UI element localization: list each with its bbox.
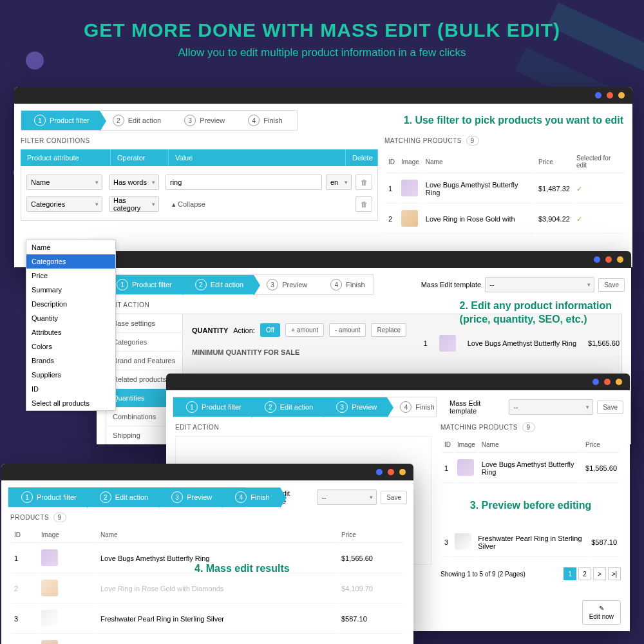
callout-2: 2. Edit any product information(price, q… (460, 299, 612, 327)
table-row: 1 Love Bugs Amethyst Butterfly Ring $1,5… (424, 335, 620, 352)
template-select[interactable]: -- (317, 489, 377, 505)
step-filter[interactable]: 1Product filter (21, 111, 100, 130)
dot-yellow (618, 92, 625, 99)
qty-minus-button[interactable]: - amount (329, 323, 366, 337)
steps-nav: 1Product filter 2Edit action 3Preview 4F… (173, 397, 437, 417)
table-row[interactable]: 2Love Ring in Rose Gold with Diamonds$4,… (12, 574, 403, 603)
table-row[interactable]: 3Freshwater Pearl Ring in Sterling Silve… (12, 605, 403, 634)
dot-blue (595, 92, 601, 99)
dropdown-item[interactable]: ID (26, 382, 115, 396)
template-label: Mass Edit template (421, 281, 482, 289)
step-edit[interactable]: 2Edit action (252, 397, 323, 417)
delete-icon[interactable]: 🗑 (355, 196, 372, 212)
table-row[interactable]: 3Freshwater Pearl Ring in Sterling Silve… (442, 528, 620, 557)
table-row[interactable]: 1Love Bugs Amethyst Butterfly Ring$1,565… (442, 454, 620, 483)
step-edit[interactable]: 2Edit action (100, 111, 171, 130)
pager: 1 2 > >| (564, 567, 621, 580)
template-select[interactable]: -- (509, 399, 593, 415)
step-finish[interactable]: 4Finish (387, 397, 444, 417)
step-preview[interactable]: 3Preview (171, 111, 235, 130)
page-last[interactable]: >| (608, 567, 621, 580)
dropdown-item[interactable]: Summary (26, 283, 115, 297)
step-filter[interactable]: 1Product filter (8, 488, 87, 507)
page-title: GET MORE DONE WITH MASS EDIT (BULK EDIT) (13, 19, 631, 41)
table-row[interactable]: 2Love Ring in Rose Gold with$3,904.22✓ (386, 205, 625, 234)
product-thumb (457, 459, 474, 476)
op-select[interactable]: Has words (109, 175, 159, 190)
step-finish[interactable]: 4Finish (222, 488, 279, 507)
dropdown-item[interactable]: Categories (26, 254, 115, 269)
page-2[interactable]: 2 (578, 567, 591, 580)
step-preview[interactable]: 3Preview (158, 488, 222, 507)
step-preview[interactable]: 3Preview (254, 275, 317, 294)
lang-select[interactable]: en (326, 175, 352, 190)
step-finish[interactable]: 4Finish (235, 111, 292, 130)
steps-nav: 1Product filter 2Edit action 3Preview 4F… (103, 274, 374, 295)
filter-title: FILTER CONDITIONS (21, 137, 378, 144)
titlebar (1, 464, 413, 480)
callout-1: 1. Use filter to pick products you want … (404, 115, 632, 126)
steps-nav: 1Product filter 2Edit action 3Preview 4F… (8, 487, 246, 507)
dropdown-item[interactable]: Description (26, 297, 115, 311)
template-select[interactable]: -- (485, 277, 594, 292)
step-edit[interactable]: 2Edit action (87, 488, 158, 507)
match-title: MATCHING PRODUCTS 9 (384, 137, 626, 144)
qty-label: QUANTITY (192, 327, 228, 334)
dropdown-item[interactable]: Brands (26, 354, 115, 368)
save-button[interactable]: Save (597, 401, 623, 414)
dropdown-item[interactable]: Colors (26, 339, 115, 354)
delete-icon[interactable]: 🗑 (355, 175, 372, 190)
product-thumb (41, 640, 58, 644)
dropdown-item[interactable]: Attributes (26, 325, 115, 339)
op-select-2[interactable]: Has category (109, 196, 159, 212)
step-edit[interactable]: 2Edit action (182, 275, 254, 294)
dropdown-item[interactable]: Name (26, 240, 115, 254)
table-row[interactable]: 1Love Bugs Amethyst Butterfly Ring$1,487… (386, 175, 625, 204)
product-thumb (401, 210, 418, 227)
qty-plus-button[interactable]: + amount (285, 323, 324, 337)
page-next[interactable]: > (593, 567, 606, 580)
qty-off-button[interactable]: Off (260, 323, 280, 337)
page-1[interactable]: 1 (564, 567, 576, 580)
filter-thead: Product attribute Operator Value Delete (21, 149, 378, 166)
attr-select-2[interactable]: Categories (26, 196, 102, 212)
pager-text: Showing 1 to 5 of 9 (2 Pages) (440, 571, 526, 578)
edit-icon: ✎ (599, 605, 604, 612)
collapse-toggle[interactable]: ▴ Collapse (172, 200, 205, 208)
dropdown-item[interactable]: Select all products (26, 396, 115, 410)
value-input[interactable] (166, 175, 322, 190)
step-preview[interactable]: 3Preview (323, 397, 387, 417)
save-button[interactable]: Save (381, 491, 407, 504)
dropdown-item[interactable]: Suppliers (26, 368, 115, 382)
page-header: GET MORE DONE WITH MASS EDIT (BULK EDIT)… (0, 0, 644, 72)
dropdown-item[interactable]: Quantity (26, 311, 115, 325)
callout-4: 4. Mass edit results (194, 563, 290, 574)
dot-red (607, 92, 613, 99)
step-filter[interactable]: 1Product filter (173, 397, 252, 417)
product-thumb (401, 180, 418, 196)
sidebar-item-brand[interactable]: Brand and Features (106, 352, 182, 370)
filter-row-2: Categories Has category ▴ Collapse 🗑 (26, 193, 372, 215)
product-thumb (41, 580, 58, 596)
window-results: 1Product filter 2Edit action 3Preview 4F… (1, 464, 413, 644)
table-row[interactable]: 4Diamond Vine Bypass Ring in 18k Rose Go… (12, 635, 403, 644)
dropdown-item[interactable]: Price (26, 269, 115, 283)
save-button[interactable]: Save (598, 278, 625, 292)
product-thumb (41, 549, 58, 566)
attr-dropdown[interactable]: Name Categories Price Summary Descriptio… (26, 240, 116, 411)
filter-row-1: Name Has words en 🗑 (26, 171, 372, 193)
edit-now-button[interactable]: ✎ Edit now (582, 600, 621, 625)
titlebar (97, 251, 631, 268)
match-table: IDImageNamePriceSelected for edit 1Love … (384, 149, 626, 235)
sidebar-item-base[interactable]: Base settings (106, 314, 182, 333)
product-thumb (455, 533, 471, 550)
attr-select[interactable]: Name (26, 175, 102, 190)
qty-replace-button[interactable]: Replace (371, 323, 406, 337)
step-finish[interactable]: 4Finish (317, 275, 375, 294)
titlebar (14, 87, 632, 104)
sidebar-item-categories[interactable]: Categories (106, 333, 182, 352)
product-thumb (439, 335, 456, 352)
results-table: IDImageNamePrice 1Love Bugs Amethyst But… (10, 526, 404, 644)
titlebar (166, 374, 630, 390)
callout-3: 3. Preview before editing (440, 500, 621, 511)
